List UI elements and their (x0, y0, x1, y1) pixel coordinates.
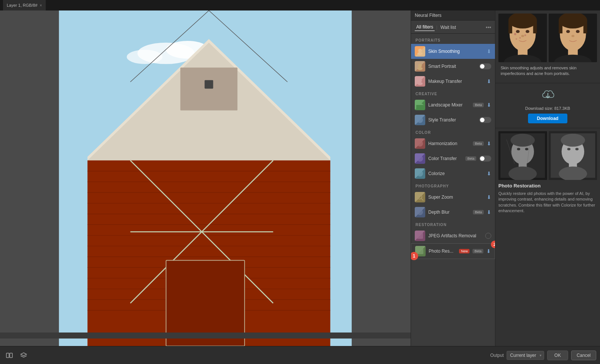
depth-blur-cloud-icon: ⬇ (487, 209, 491, 215)
svg-point-87 (567, 148, 570, 150)
canvas-area[interactable] (0, 10, 411, 346)
svg-marker-93 (21, 353, 27, 356)
style-transfer-toggle[interactable] (479, 117, 491, 123)
section-portraits: PORTRAITS (411, 35, 495, 44)
restoration-description: Quickly restore old photos with the powe… (498, 191, 597, 214)
tab-all-filters[interactable]: All filters (415, 24, 435, 31)
skin-smoothing-cloud-icon: ⬇ (487, 48, 491, 54)
svg-rect-91 (6, 353, 9, 358)
landscape-mixer-badge: Beta (473, 103, 484, 107)
svg-rect-45 (417, 248, 423, 254)
svg-point-29 (418, 49, 422, 52)
jpeg-artifacts-circle[interactable] (485, 233, 491, 239)
svg-point-32 (417, 67, 423, 70)
svg-point-39 (417, 156, 423, 162)
filter-super-zoom[interactable]: Super Zoom ⬇ (411, 190, 495, 205)
lower-preview-after (549, 131, 597, 180)
canvas-scrollbar[interactable] (0, 333, 411, 339)
bottom-bar: Output Current layer New layer Smart fil… (0, 346, 600, 364)
top-bar: Layer 1, RGB/8# × (0, 0, 600, 10)
filter-color-transfer[interactable]: Color Transfer Beta (411, 151, 495, 166)
smart-portrait-toggle[interactable] (479, 63, 491, 69)
filter-harmonization[interactable]: Harmonization Beta ⬇ (411, 136, 495, 151)
section-color: COLOR (411, 127, 495, 136)
lower-preview-before (498, 131, 547, 180)
makeup-transfer-label: Makeup Transfer (428, 79, 484, 84)
landscape-mixer-label: Landscape Mixer (428, 102, 470, 108)
svg-rect-68 (558, 20, 562, 33)
landscape-mixer-icon (415, 100, 425, 110)
filter-makeup-transfer[interactable]: Makeup Transfer ⬇ (411, 74, 495, 89)
download-section: Download size: 817.3KB Download (495, 83, 600, 128)
filter-landscape-mixer[interactable]: Landscape Mixer Beta ⬇ (411, 97, 495, 112)
restoration-title: Photo Restoration (498, 183, 597, 189)
filter-depth-blur[interactable]: Depth Blur Beta ⬇ (411, 205, 495, 220)
depth-blur-badge: Beta (473, 210, 484, 214)
photo-restoration-label: Photo Res... (429, 249, 456, 254)
right-panel: Skin smoothing adjusts and removes skin … (495, 10, 600, 346)
ok-button[interactable]: OK (547, 351, 568, 360)
svg-point-33 (418, 79, 422, 82)
panel-more-options[interactable]: ••• (486, 24, 491, 30)
filter-smart-portrait[interactable]: Smart Portrait (411, 59, 495, 74)
photo-restoration-cloud-icon: ⬇ 2 (486, 248, 491, 254)
filter-jpeg-artifacts[interactable]: JPEG Artifacts Removal (411, 228, 495, 243)
preview-section: Skin smoothing adjusts and removes skin … (495, 10, 600, 83)
compare-icon[interactable] (4, 350, 15, 361)
document-tab[interactable]: Layer 1, RGB/8# × (3, 0, 46, 10)
skin-smoothing-icon (415, 46, 425, 57)
output-select-wrapper[interactable]: Current layer New layer Smart filter (507, 351, 544, 360)
color-transfer-icon (415, 153, 425, 164)
svg-point-76 (517, 148, 520, 150)
neural-filters-panel: Neural Filters All filters | Wait list •… (411, 10, 495, 346)
svg-point-56 (516, 38, 517, 40)
svg-rect-35 (416, 105, 424, 109)
makeup-transfer-cloud-icon: ⬇ (487, 78, 491, 84)
color-transfer-toggle[interactable] (479, 156, 491, 162)
jpeg-artifacts-icon (415, 231, 425, 241)
lower-preview-images (498, 131, 597, 180)
smart-portrait-label: Smart Portrait (428, 64, 476, 69)
tab-waitlist[interactable]: Wait list (439, 24, 458, 31)
output-select[interactable]: Current layer New layer Smart filter (507, 351, 544, 360)
svg-point-43 (417, 209, 423, 215)
svg-point-51 (526, 30, 530, 33)
harmonization-icon (415, 138, 425, 149)
filter-skin-smoothing[interactable]: Skin Smoothing ⬇ (411, 44, 495, 59)
svg-point-3 (127, 50, 162, 64)
photo-restoration-beta-badge: Beta (472, 249, 483, 253)
preview-after (549, 13, 597, 62)
svg-point-37 (417, 117, 423, 123)
filter-colorize[interactable]: Colorize ⬇ (411, 166, 495, 181)
style-transfer-icon (415, 115, 425, 125)
step-badge-2: 2 (491, 241, 495, 248)
svg-rect-28 (205, 80, 213, 89)
svg-rect-58 (508, 20, 512, 33)
panel-title: Neural Filters (411, 10, 495, 21)
svg-point-89 (568, 158, 577, 163)
svg-point-31 (418, 64, 422, 67)
svg-point-40 (417, 171, 423, 177)
cancel-button[interactable]: Cancel (571, 351, 596, 360)
section-photography: PHOTOGRAPHY (411, 181, 495, 190)
preview-images (498, 13, 597, 62)
svg-point-55 (524, 34, 526, 36)
lower-preview: Photo Restoration Quickly restore old ph… (495, 128, 600, 346)
svg-point-50 (516, 30, 520, 33)
output-label: Output (490, 353, 504, 358)
svg-point-77 (525, 148, 528, 150)
svg-line-42 (422, 199, 423, 201)
tab-close-icon[interactable]: × (40, 3, 42, 7)
layers-icon[interactable] (18, 350, 29, 361)
preview-before (498, 13, 547, 62)
download-button[interactable]: Download (528, 114, 567, 123)
section-restoration: RESTORATION (411, 220, 495, 228)
landscape-mixer-cloud-icon: ⬇ (487, 102, 491, 108)
colorize-icon (415, 168, 425, 179)
panel-tabs: All filters | Wait list ••• (411, 21, 495, 34)
svg-point-52 (521, 35, 524, 37)
svg-point-53 (514, 33, 516, 35)
filter-photo-restoration[interactable]: 1 Photo Res... New Beta ⬇ 2 (411, 243, 495, 259)
filter-style-transfer[interactable]: Style Transfer (411, 112, 495, 127)
svg-point-38 (417, 141, 423, 147)
